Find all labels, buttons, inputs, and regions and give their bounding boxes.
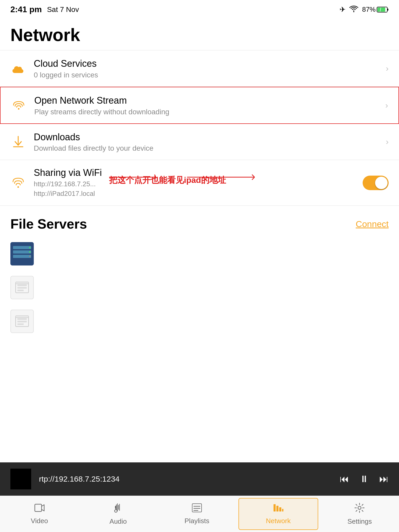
- mini-player[interactable]: rtp://192.168.7.25:1234 ⏮ ⏸ ⏭: [0, 462, 399, 496]
- server-image-1: [10, 242, 34, 265]
- downloads-title: Downloads: [34, 131, 381, 143]
- video-tab-icon: [34, 503, 45, 515]
- download-icon: [10, 134, 26, 150]
- svg-rect-22: [17, 284, 27, 286]
- tab-playlists[interactable]: Playlists: [157, 496, 236, 532]
- server-thumbnail-1: [10, 242, 34, 265]
- wifi-sharing-row[interactable]: Sharing via WiFi http://192.168.7.25... …: [0, 160, 399, 206]
- network-tab-icon: [273, 503, 283, 515]
- server-item-1[interactable]: [0, 237, 399, 271]
- svg-point-18: [29, 247, 31, 248]
- status-date: Sat 7 Nov: [47, 5, 79, 14]
- svg-point-20: [29, 256, 31, 257]
- battery-percentage: 87%: [362, 5, 376, 14]
- network-tab-label: Network: [266, 517, 291, 525]
- svg-rect-16: [13, 250, 31, 254]
- prev-button[interactable]: ⏮: [340, 474, 349, 484]
- tab-video[interactable]: Video: [0, 496, 79, 532]
- tab-audio[interactable]: Audio: [79, 496, 157, 532]
- cloud-services-chevron: ›: [386, 64, 389, 73]
- svg-point-7: [17, 186, 19, 188]
- svg-rect-2: [377, 8, 385, 12]
- stream-title: Open Network Stream: [34, 95, 380, 107]
- audio-tab-label: Audio: [110, 517, 127, 526]
- playlists-tab-label: Playlists: [184, 517, 209, 525]
- svg-rect-27: [17, 318, 27, 320]
- svg-rect-38: [274, 504, 276, 511]
- svg-rect-14: [10, 242, 34, 265]
- toggle-knob: [375, 177, 388, 189]
- svg-rect-17: [13, 255, 31, 258]
- cloud-services-title: Cloud Services: [34, 58, 381, 70]
- wifi-status-icon: [349, 5, 358, 14]
- connect-link[interactable]: Connect: [356, 219, 389, 229]
- playlists-tab-icon: [192, 503, 202, 515]
- tab-network[interactable]: Network: [238, 498, 318, 530]
- next-button[interactable]: ⏭: [379, 474, 389, 484]
- downloads-subtitle: Download files directly to your device: [34, 144, 381, 152]
- tab-settings[interactable]: Settings: [320, 496, 399, 532]
- server-placeholder-1: [10, 276, 34, 299]
- wifi-sharing-urls: http://192.168.7.25... http://iPad2017.l…: [34, 179, 363, 198]
- svg-rect-41: [282, 509, 283, 511]
- audio-tab-icon: [114, 503, 123, 515]
- status-icons: ✈ 87%: [340, 5, 389, 14]
- pause-button[interactable]: ⏸: [360, 474, 369, 484]
- svg-point-32: [115, 510, 117, 512]
- battery-icon: 87%: [362, 5, 389, 14]
- server-item-2[interactable]: [0, 271, 399, 304]
- svg-rect-15: [13, 246, 31, 249]
- server-item-3[interactable]: [0, 304, 399, 338]
- airplane-icon: ✈: [340, 5, 345, 14]
- svg-rect-1: [387, 9, 388, 11]
- downloads-chevron: ›: [386, 137, 389, 147]
- mini-player-controls: ⏮ ⏸ ⏭: [340, 474, 389, 484]
- svg-rect-25: [16, 282, 29, 284]
- downloads-item[interactable]: Downloads Download files directly to you…: [0, 124, 399, 160]
- server-placeholder-2: [10, 310, 34, 333]
- network-list: Cloud Services 0 logged in services › Op…: [0, 50, 399, 206]
- page-title: Network: [0, 17, 399, 50]
- svg-rect-28: [17, 321, 27, 322]
- cloud-icon: [10, 61, 26, 76]
- status-time: 2:41 pm: [10, 5, 42, 14]
- svg-point-19: [29, 251, 31, 253]
- mini-player-title: rtp://192.168.7.25:1234: [39, 475, 332, 483]
- svg-rect-23: [17, 287, 27, 289]
- svg-rect-40: [279, 507, 281, 511]
- svg-point-4: [18, 108, 19, 110]
- wifi-sharing-info: Sharing via WiFi http://192.168.7.25... …: [34, 167, 363, 198]
- status-bar: 2:41 pm Sat 7 Nov ✈ 87%: [0, 0, 399, 17]
- stream-chevron: ›: [385, 101, 388, 110]
- cloud-services-text: Cloud Services 0 logged in services: [34, 58, 381, 79]
- stream-icon: [11, 97, 26, 113]
- settings-tab-icon: [354, 503, 365, 515]
- mini-player-thumbnail: [10, 469, 31, 489]
- cloud-services-item[interactable]: Cloud Services 0 logged in services ›: [0, 50, 399, 87]
- file-servers-header: File Servers Connect: [0, 206, 399, 237]
- svg-point-42: [358, 506, 361, 509]
- settings-tab-label: Settings: [347, 517, 372, 526]
- video-tab-label: Video: [31, 517, 48, 525]
- cloud-services-subtitle: 0 logged in services: [34, 71, 381, 79]
- svg-rect-24: [17, 290, 24, 291]
- open-network-stream-item[interactable]: Open Network Stream Play streams directl…: [0, 87, 399, 124]
- svg-rect-29: [17, 323, 24, 325]
- svg-rect-39: [276, 506, 278, 511]
- wifi-sharing-title: Sharing via WiFi: [34, 167, 363, 178]
- downloads-text: Downloads Download files directly to you…: [34, 131, 381, 153]
- svg-rect-30: [16, 316, 29, 318]
- wifi-sharing-toggle[interactable]: [363, 176, 389, 190]
- wifi-icon: [10, 175, 26, 191]
- stream-text: Open Network Stream Play streams directl…: [34, 95, 380, 116]
- wifi-url1: http://192.168.7.25...: [34, 180, 96, 188]
- file-servers-title: File Servers: [10, 216, 87, 232]
- svg-rect-31: [35, 504, 42, 511]
- tab-bar: Video Audio Playlists: [0, 496, 399, 532]
- stream-subtitle: Play streams directly without downloadin…: [34, 108, 380, 116]
- wifi-url2: http://iPad2017.local: [34, 190, 95, 197]
